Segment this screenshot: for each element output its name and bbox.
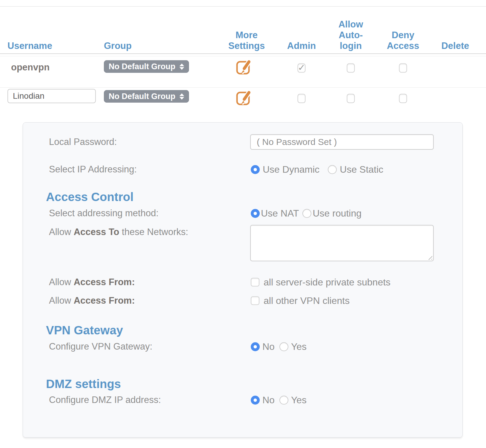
dmz-no-radio[interactable] xyxy=(251,396,260,404)
checkmark-icon: ✓ xyxy=(298,63,305,72)
dmz-radio-group: No Yes xyxy=(251,395,307,406)
use-static-radio[interactable] xyxy=(328,165,337,174)
label-text-bold: Access To xyxy=(74,227,119,237)
vpn-gateway-yes-label: Yes xyxy=(291,341,307,352)
configure-vpn-gateway-label: Configure VPN Gateway: xyxy=(49,341,152,352)
dmz-yes-radio[interactable] xyxy=(279,396,288,404)
group-select[interactable]: No Default Group xyxy=(104,90,189,103)
server-side-subnets-checkbox[interactable] xyxy=(251,278,259,287)
use-routing-radio[interactable] xyxy=(302,209,311,218)
more-settings-edit-button[interactable] xyxy=(236,58,251,75)
group-select[interactable]: No Default Group xyxy=(104,60,189,73)
access-from-clients-row: all other VPN clients xyxy=(251,295,350,306)
use-routing-label: Use routing xyxy=(313,208,362,219)
vpn-gateway-no-label: No xyxy=(262,341,275,352)
header-divider-2 xyxy=(0,56,486,56)
configure-dmz-label: Configure DMZ IP address: xyxy=(49,395,161,405)
ip-addressing-label: Select IP Addressing: xyxy=(49,164,137,175)
label-text: Allow xyxy=(49,295,74,306)
dmz-settings-heading: DMZ settings xyxy=(46,377,121,391)
use-dynamic-label: Use Dynamic xyxy=(263,164,319,175)
row-divider xyxy=(0,87,486,88)
top-divider xyxy=(0,6,486,7)
label-text: Allow xyxy=(49,277,74,287)
dmz-no-label: No xyxy=(262,395,275,406)
username-label: openvpn xyxy=(11,62,50,73)
admin-checkbox[interactable] xyxy=(298,94,306,103)
allow-autologin-checkbox[interactable] xyxy=(347,94,355,103)
server-side-subnets-label: all server-side private subnets xyxy=(264,277,390,288)
column-header-admin: Admin xyxy=(287,41,316,51)
column-header-username: Username xyxy=(7,41,52,51)
select-arrows-icon xyxy=(179,64,184,70)
other-vpn-clients-label: all other VPN clients xyxy=(264,295,350,306)
use-static-label: Use Static xyxy=(340,164,383,175)
more-settings-edit-button[interactable] xyxy=(236,89,251,106)
vpn-gateway-radio-group: No Yes xyxy=(251,341,307,352)
edit-pencil-icon xyxy=(236,58,251,75)
access-from-label: Allow Access From: xyxy=(49,277,135,288)
access-to-networks-label: Allow Access To these Networks: xyxy=(49,227,188,237)
deny-access-checkbox[interactable] xyxy=(399,64,407,73)
column-header-allow-autologin: Allow Auto- login xyxy=(339,19,363,51)
access-from-subnets-row: all server-side private subnets xyxy=(251,277,390,288)
label-text: Allow xyxy=(49,227,74,237)
dmz-yes-label: Yes xyxy=(291,395,307,406)
access-control-heading: Access Control xyxy=(46,190,133,204)
group-select-value: No Default Group xyxy=(109,62,176,71)
access-from-label: Allow Access From: xyxy=(49,295,135,306)
select-arrows-icon xyxy=(179,93,184,100)
group-select-value: No Default Group xyxy=(109,92,176,101)
vpn-gateway-no-radio[interactable] xyxy=(251,342,260,351)
column-header-delete: Delete xyxy=(441,41,469,51)
column-header-group: Group xyxy=(104,41,132,51)
access-networks-field xyxy=(250,225,434,261)
addressing-method-radio-group: Use NAT Use routing xyxy=(251,208,362,219)
use-dynamic-radio[interactable] xyxy=(251,165,260,174)
column-header-more-settings: More Settings xyxy=(228,30,265,51)
vpn-gateway-heading: VPN Gateway xyxy=(46,324,123,337)
deny-access-checkbox[interactable] xyxy=(399,94,407,103)
vpn-gateway-yes-radio[interactable] xyxy=(279,342,288,351)
other-vpn-clients-checkbox[interactable] xyxy=(251,296,259,305)
edit-pencil-icon xyxy=(236,89,251,106)
new-username-input[interactable] xyxy=(7,89,96,103)
ip-addressing-radio-group: Use Dynamic Use Static xyxy=(251,164,383,175)
access-networks-textarea[interactable] xyxy=(250,225,434,261)
local-password-label: Local Password: xyxy=(49,137,117,147)
use-nat-label: Use NAT xyxy=(261,208,299,219)
admin-checkbox[interactable]: ✓ xyxy=(298,64,306,73)
label-text-bold: Access From: xyxy=(74,295,135,306)
header-divider xyxy=(0,53,486,54)
allow-autologin-checkbox[interactable] xyxy=(347,64,355,73)
use-nat-radio[interactable] xyxy=(251,209,260,218)
user-permissions-page: Username Group More Settings Admin Allow… xyxy=(0,0,486,448)
local-password-input[interactable] xyxy=(250,134,434,150)
column-header-deny-access: Deny Access xyxy=(387,30,419,51)
label-text: these Networks: xyxy=(119,227,188,237)
label-text-bold: Access From: xyxy=(74,277,135,287)
addressing-method-label: Select addressing method: xyxy=(49,208,159,219)
